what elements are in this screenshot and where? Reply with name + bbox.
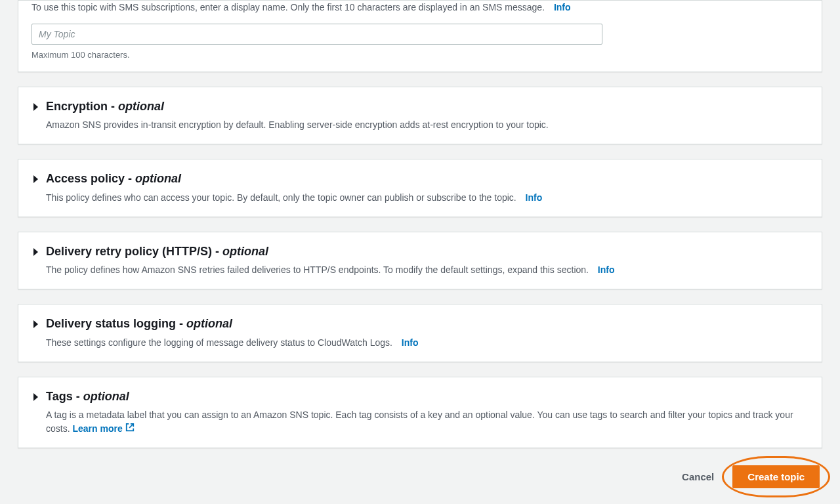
delivery-retry-info-link[interactable]: Info bbox=[598, 264, 615, 275]
action-bar: Cancel Create topic bbox=[18, 465, 822, 488]
create-topic-highlight: Create topic bbox=[732, 465, 820, 488]
delivery-retry-header[interactable]: Delivery retry policy (HTTP/S) - optiona… bbox=[32, 244, 808, 277]
tags-desc: A tag is a metadata label that you can a… bbox=[46, 408, 808, 436]
create-topic-button[interactable]: Create topic bbox=[732, 465, 820, 488]
display-name-desc: To use this topic with SMS subscriptions… bbox=[32, 1, 808, 14]
delivery-status-header[interactable]: Delivery status logging - optional These… bbox=[32, 316, 808, 349]
tags-header[interactable]: Tags - optional A tag is a metadata labe… bbox=[32, 389, 808, 436]
encryption-title: Encryption - optional bbox=[46, 99, 549, 114]
display-name-info-link[interactable]: Info bbox=[554, 2, 571, 12]
tags-learn-more-link[interactable]: Learn more bbox=[72, 422, 134, 436]
cancel-button[interactable]: Cancel bbox=[678, 466, 718, 488]
delivery-status-desc: These settings configure the logging of … bbox=[46, 336, 418, 350]
chevron-right-icon bbox=[32, 102, 39, 112]
encryption-header[interactable]: Encryption - optional Amazon SNS provide… bbox=[32, 99, 808, 132]
access-policy-header[interactable]: Access policy - optional This policy def… bbox=[32, 171, 808, 204]
delivery-retry-panel: Delivery retry policy (HTTP/S) - optiona… bbox=[18, 232, 822, 289]
access-policy-title: Access policy - optional bbox=[46, 171, 542, 186]
access-policy-desc: This policy defines who can access your … bbox=[46, 191, 542, 205]
chevron-right-icon bbox=[32, 247, 39, 257]
delivery-status-title: Delivery status logging - optional bbox=[46, 316, 418, 331]
delivery-status-info-link[interactable]: Info bbox=[402, 337, 419, 348]
display-name-desc-text: To use this topic with SMS subscriptions… bbox=[32, 2, 545, 12]
chevron-right-icon bbox=[32, 392, 39, 402]
display-name-input[interactable] bbox=[32, 24, 602, 45]
display-name-panel: To use this topic with SMS subscriptions… bbox=[18, 0, 822, 72]
encryption-desc: Amazon SNS provides in-transit encryptio… bbox=[46, 118, 549, 132]
chevron-right-icon bbox=[32, 175, 39, 184]
encryption-panel: Encryption - optional Amazon SNS provide… bbox=[18, 87, 822, 144]
tags-title: Tags - optional bbox=[46, 389, 808, 404]
delivery-retry-title: Delivery retry policy (HTTP/S) - optiona… bbox=[46, 244, 615, 259]
delivery-retry-desc: The policy defines how Amazon SNS retrie… bbox=[46, 263, 615, 277]
access-policy-info-link[interactable]: Info bbox=[526, 192, 543, 203]
external-link-icon bbox=[125, 422, 135, 436]
delivery-status-panel: Delivery status logging - optional These… bbox=[18, 304, 822, 362]
chevron-right-icon bbox=[32, 320, 39, 329]
tags-panel: Tags - optional A tag is a metadata labe… bbox=[18, 377, 822, 448]
access-policy-panel: Access policy - optional This policy def… bbox=[18, 159, 822, 217]
display-name-hint: Maximum 100 characters. bbox=[32, 50, 808, 60]
